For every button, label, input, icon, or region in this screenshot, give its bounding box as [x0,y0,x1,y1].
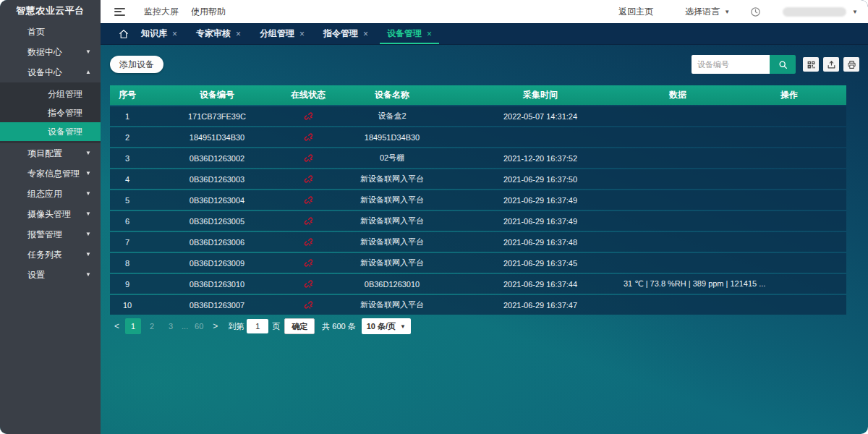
tab-knowledge-base[interactable]: 知识库 × [134,23,184,44]
cell-no: 10 [110,295,145,315]
total-count-label: 共 600 条 [322,321,355,332]
offline-link-broken-icon [303,132,314,142]
print-button[interactable] [843,57,859,72]
sidebar-item-task-list[interactable]: 任务列表 ▼ [0,244,101,265]
search-button[interactable] [770,55,796,74]
cell-data [624,190,732,210]
cell-no: 7 [110,232,145,252]
cell-status [289,211,327,231]
import-button[interactable] [823,57,839,72]
close-icon[interactable]: × [363,29,368,39]
table-row[interactable]: 2 184951D34B30 184951D34B30 [110,127,846,147]
monitor-screen-link[interactable]: 监控大屏 [144,6,179,18]
next-page-arrow[interactable]: > [208,321,222,331]
return-home-link[interactable]: 返回主页 [618,6,653,18]
close-icon[interactable]: × [172,29,177,39]
cell-name: 新设备联网入平台 [327,295,457,315]
sidebar-item-data-center[interactable]: 数据中心 ▼ [0,42,101,62]
user-menu[interactable]: ▼ [783,7,858,17]
sidebar-item-command-mgmt[interactable]: 指令管理 [0,103,101,122]
close-icon[interactable]: × [299,29,305,39]
sidebar-item-label: 数据中心 [27,47,62,57]
add-device-button[interactable]: 添加设备 [110,56,163,73]
collapse-menu-icon[interactable] [114,8,125,16]
cell-no: 9 [110,274,145,294]
sidebar-item-alarm-mgmt[interactable]: 报警管理 ▼ [0,224,101,244]
tab-label: 指令管理 [323,27,358,40]
home-tab[interactable] [114,23,134,44]
sidebar-item-home[interactable]: 首页 [0,22,101,42]
page-size-value: 10 条/页 [367,321,396,332]
table-row[interactable]: 3 0B36D1263002 02号棚 2021-12-20 16:37:52 [110,148,846,168]
page-size-select[interactable]: 10 条/页 ▼ [362,318,411,334]
language-label: 选择语言 [685,6,720,18]
sidebar-item-project-config[interactable]: 项目配置 ▼ [0,143,101,163]
search-group [692,55,859,74]
qr-code-button[interactable] [803,57,819,72]
tab-group-mgmt[interactable]: 分组管理 × [252,23,312,44]
cell-time: 2021-06-29 16:37:50 [457,169,624,189]
search-input[interactable] [692,55,770,74]
chevron-down-icon: ▼ [85,184,91,204]
sidebar-item-settings[interactable]: 设置 ▼ [0,265,101,285]
col-header-operation: 操作 [732,85,846,105]
sidebar-item-device-mgmt[interactable]: 设备管理 [0,122,101,141]
cell-time [457,127,624,147]
page-number-2[interactable]: 2 [144,318,160,334]
cell-data: 31 ℃ | 73.8 %RH | 389 ppm | 121415 ... [624,274,732,294]
sidebar-item-config-app[interactable]: 组态应用 ▼ [0,184,101,204]
table-row[interactable]: 5 0B36D1263004 新设备联网入平台 2021-06-29 16:37… [110,190,846,210]
page-content: 添加设备 [101,45,868,434]
goto-page-input[interactable] [247,319,268,333]
table-row[interactable]: 8 0B36D1263009 新设备联网入平台 2021-06-29 16:37… [110,253,846,273]
sidebar-item-device-center[interactable]: 设备中心 ▲ [0,62,101,82]
table-row[interactable]: 9 0B36D1263010 0B36D1263010 2021-06-29 1… [110,274,846,294]
close-icon[interactable]: × [236,29,241,39]
cell-operation [732,106,846,126]
chevron-up-icon: ▲ [85,62,91,82]
cell-data [624,211,732,231]
language-select[interactable]: 选择语言 ▼ [685,6,730,18]
tab-device-mgmt[interactable]: 设备管理 × [380,23,439,44]
cell-name: 新设备联网入平台 [327,253,457,273]
close-icon[interactable]: × [427,29,432,39]
chevron-down-icon: ▼ [85,244,91,265]
cell-no: 8 [110,253,145,273]
page-ellipsis: ... [182,322,188,331]
pagination: < 1 2 3 ... 60 > 到第 页 确定 共 600 条 10 条/页 … [110,318,859,334]
app-window: 智慧农业云平台 首页 数据中心 ▼ 设备中心 ▲ 分组管理 指令管理 设备管理 … [0,0,868,434]
tab-command-mgmt[interactable]: 指令管理 × [316,23,375,44]
goto-confirm-button[interactable]: 确定 [284,318,315,334]
printer-icon [847,60,856,69]
cell-device-id: 0B36D1263004 [145,190,289,210]
cell-device-id: 0B36D1263003 [145,169,289,189]
table-row[interactable]: 6 0B36D1263005 新设备联网入平台 2021-06-29 16:37… [110,211,846,231]
table-row[interactable]: 10 0B36D1263007 新设备联网入平台 2021-06-29 16:3… [110,295,846,315]
cell-status [289,253,327,273]
device-table: 序号 设备编号 在线状态 设备名称 采集时间 数据 操作 1 171CB73FE… [110,84,846,316]
page-number-1[interactable]: 1 [125,318,141,334]
table-row[interactable]: 4 0B36D1263003 新设备联网入平台 2021-06-29 16:37… [110,169,846,189]
cell-no: 4 [110,169,145,189]
cell-time: 2021-06-29 16:37:48 [457,232,624,252]
clock-icon[interactable] [750,7,761,17]
cell-time: 2021-06-29 16:37:47 [457,295,624,315]
cell-no: 5 [110,190,145,210]
table-row[interactable]: 1 171CB73FE39C 设备盒2 2022-05-07 14:31:24 [110,106,846,126]
help-link[interactable]: 使用帮助 [191,6,226,18]
tab-expert-review[interactable]: 专家审核 × [189,23,248,44]
sidebar-item-expert-info[interactable]: 专家信息管理 ▼ [0,163,101,184]
table-toolbar: 添加设备 [110,45,859,84]
sidebar-item-label: 专家信息管理 [27,169,80,179]
sidebar-item-camera-mgmt[interactable]: 摄像头管理 ▼ [0,204,101,224]
page-number-3[interactable]: 3 [163,318,179,334]
cell-device-id: 0B36D1263009 [145,253,289,273]
cell-no: 6 [110,211,145,231]
sidebar-item-group-mgmt[interactable]: 分组管理 [0,85,101,103]
page-number-60[interactable]: 60 [191,318,207,334]
cell-status [289,295,327,315]
table-row[interactable]: 7 0B36D1263006 新设备联网入平台 2021-06-29 16:37… [110,232,846,252]
prev-page-arrow[interactable]: < [110,321,124,331]
home-icon [119,29,129,39]
cell-data [624,106,732,126]
